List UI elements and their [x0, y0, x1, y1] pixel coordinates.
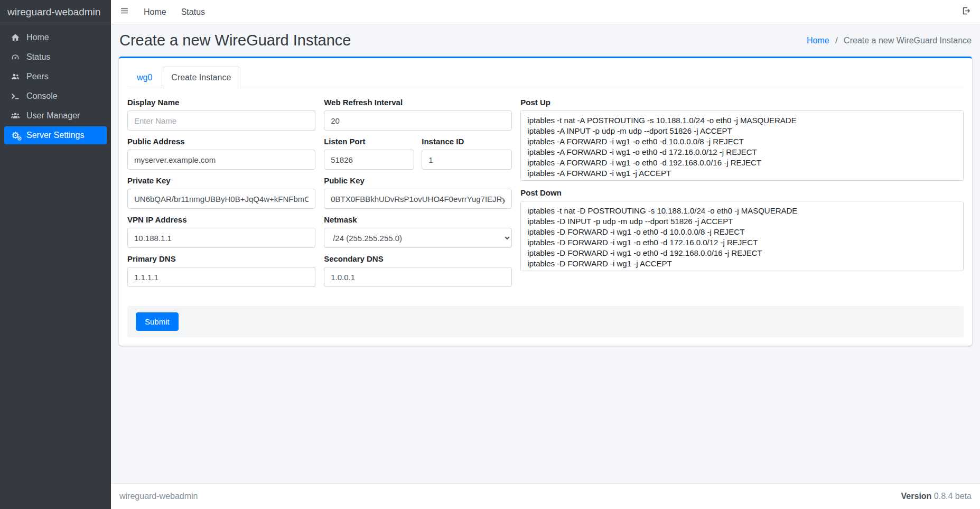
tab-wg0[interactable]: wg0 — [127, 67, 162, 88]
sidebar-item-label: Server Settings — [26, 131, 84, 140]
display-name-label: Display Name — [127, 98, 315, 107]
instance-id-label: Instance ID — [422, 137, 512, 146]
top-navbar: Home Status — [111, 0, 980, 24]
vpn-ip-label: VPN IP Address — [127, 215, 315, 224]
hamburger-icon — [119, 6, 129, 18]
breadcrumb-home-link[interactable]: Home — [807, 36, 829, 45]
public-address-label: Public Address — [127, 137, 315, 146]
instance-tabs: wg0 Create Instance — [127, 67, 964, 88]
sidebar-item-home[interactable]: Home — [4, 29, 107, 47]
brand-label: wireguard-webadmin — [7, 6, 100, 18]
primary-dns-label: Primary DNS — [127, 254, 315, 263]
footer-app-name: wireguard-webadmin — [119, 492, 198, 501]
page-title: Create a new WireGuard Instance — [119, 32, 351, 49]
display-name-input[interactable] — [127, 110, 315, 131]
instance-id-input[interactable] — [422, 150, 512, 170]
public-key-label: Public Key — [324, 176, 512, 185]
app: wireguard-webadmin Home Status Peers — [0, 0, 980, 509]
form-footer: Submit — [127, 306, 964, 337]
instance-form: Display Name Public Address Private Key — [127, 88, 964, 293]
console-icon — [10, 91, 21, 101]
sidebar-item-label: Peers — [26, 72, 49, 81]
navbar-link-home[interactable]: Home — [136, 3, 174, 21]
public-address-input[interactable] — [127, 150, 315, 170]
footer-version-label: Version — [901, 492, 932, 501]
listen-port-label: Listen Port — [324, 137, 414, 146]
logout-button[interactable] — [962, 6, 972, 18]
sidebar-item-status[interactable]: Status — [4, 48, 107, 66]
user-manager-icon — [10, 111, 21, 121]
tab-create-instance[interactable]: Create Instance — [162, 67, 240, 88]
web-refresh-interval-input[interactable] — [324, 110, 512, 131]
sidebar-item-label: Status — [26, 52, 50, 62]
secondary-dns-label: Secondary DNS — [324, 254, 512, 263]
post-down-label: Post Down — [520, 188, 964, 197]
page-footer: wireguard-webadmin Version 0.8.4 beta — [111, 483, 980, 509]
secondary-dns-input[interactable] — [324, 267, 512, 287]
navbar-link-status[interactable]: Status — [174, 3, 212, 21]
sidebar-item-console[interactable]: Console — [4, 87, 107, 105]
peers-icon — [10, 72, 21, 81]
private-key-label: Private Key — [127, 176, 315, 185]
vpn-ip-input[interactable] — [127, 228, 315, 248]
sidebar-nav: Home Status Peers Console — [0, 24, 111, 150]
sidebar-item-label: Home — [26, 33, 49, 42]
primary-dns-input[interactable] — [127, 267, 315, 287]
server-settings-icon: ⚙⚙ — [10, 131, 21, 140]
logout-icon — [962, 6, 972, 18]
sidebar-toggle-button[interactable] — [119, 6, 134, 18]
breadcrumb: Home / Create a new WireGuard Instance — [807, 36, 972, 45]
post-up-textarea[interactable]: iptables -t nat -A POSTROUTING -s 10.188… — [520, 110, 964, 181]
breadcrumb-current: Create a new WireGuard Instance — [844, 36, 972, 45]
post-down-textarea[interactable]: iptables -t nat -D POSTROUTING -s 10.188… — [520, 201, 964, 271]
post-up-label: Post Up — [520, 98, 964, 107]
sidebar-item-label: User Manager — [26, 111, 80, 121]
status-gauge-icon — [10, 52, 21, 62]
sidebar-item-label: Console — [26, 91, 58, 101]
content-header: Create a new WireGuard Instance Home / C… — [119, 32, 972, 49]
footer-version-value: 0.8.4 beta — [934, 492, 972, 501]
instance-card: wg0 Create Instance Display Name Public … — [119, 57, 972, 346]
content-wrapper: Create a new WireGuard Instance Home / C… — [111, 24, 980, 483]
breadcrumb-separator: / — [835, 36, 837, 45]
public-key-input[interactable] — [324, 189, 512, 209]
footer-version: Version 0.8.4 beta — [901, 492, 972, 501]
sidebar: wireguard-webadmin Home Status Peers — [0, 0, 111, 509]
submit-button[interactable]: Submit — [136, 312, 179, 331]
netmask-select[interactable]: /24 (255.255.255.0) — [324, 228, 512, 248]
home-icon — [10, 33, 21, 42]
sidebar-item-user-manager[interactable]: User Manager — [4, 107, 107, 125]
brand-link[interactable]: wireguard-webadmin — [0, 0, 111, 24]
sidebar-item-peers[interactable]: Peers — [4, 68, 107, 86]
netmask-label: Netmask — [324, 215, 512, 224]
private-key-input[interactable] — [127, 189, 315, 209]
sidebar-item-server-settings[interactable]: ⚙⚙ Server Settings — [4, 126, 107, 144]
web-refresh-interval-label: Web Refresh Interval — [324, 98, 512, 107]
main-column: Home Status Create a new WireGuard Insta… — [111, 0, 980, 509]
listen-port-input[interactable] — [324, 150, 414, 170]
